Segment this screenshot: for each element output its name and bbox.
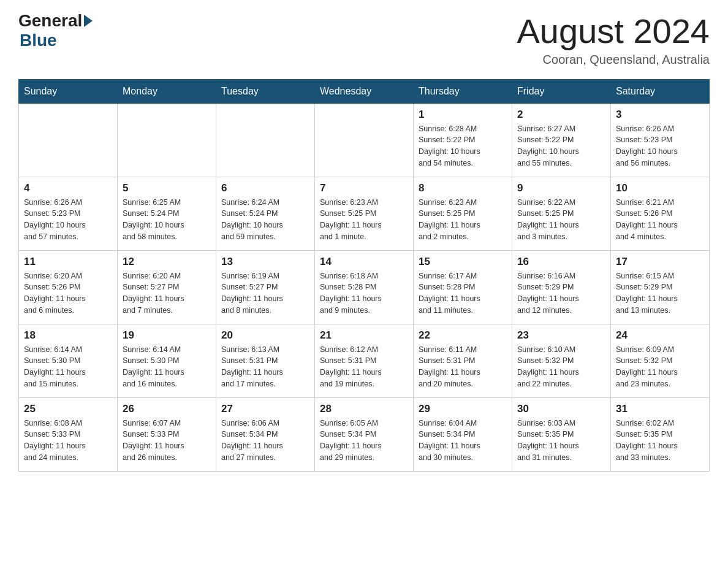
day-info: Sunrise: 6:07 AMSunset: 5:33 PMDaylight:… [123, 418, 211, 464]
day-info: Sunrise: 6:22 AMSunset: 5:25 PMDaylight:… [517, 197, 605, 243]
day-number: 7 [320, 182, 408, 194]
logo-blue-text: Blue [20, 31, 57, 50]
day-number: 6 [221, 182, 309, 194]
day-info: Sunrise: 6:23 AMSunset: 5:25 PMDaylight:… [320, 197, 408, 243]
page-header: General Blue August 2024 Cooran, Queensl… [18, 12, 710, 67]
day-info: Sunrise: 6:19 AMSunset: 5:27 PMDaylight:… [221, 270, 309, 316]
day-info: Sunrise: 6:17 AMSunset: 5:28 PMDaylight:… [419, 270, 507, 316]
day-info: Sunrise: 6:14 AMSunset: 5:30 PMDaylight:… [24, 344, 112, 390]
day-info: Sunrise: 6:21 AMSunset: 5:26 PMDaylight:… [616, 197, 704, 243]
calendar-cell: 6Sunrise: 6:24 AMSunset: 5:24 PMDaylight… [216, 177, 315, 250]
calendar-week-3: 11Sunrise: 6:20 AMSunset: 5:26 PMDayligh… [19, 250, 710, 324]
day-info: Sunrise: 6:11 AMSunset: 5:31 PMDaylight:… [419, 344, 507, 390]
calendar-table: SundayMondayTuesdayWednesdayThursdayFrid… [18, 79, 710, 472]
day-info: Sunrise: 6:02 AMSunset: 5:35 PMDaylight:… [616, 418, 704, 464]
day-info: Sunrise: 6:25 AMSunset: 5:24 PMDaylight:… [123, 197, 211, 243]
location-text: Cooran, Queensland, Australia [517, 53, 710, 67]
calendar-cell: 22Sunrise: 6:11 AMSunset: 5:31 PMDayligh… [414, 324, 512, 397]
day-number: 27 [221, 403, 309, 415]
calendar-cell: 23Sunrise: 6:10 AMSunset: 5:32 PMDayligh… [512, 324, 611, 397]
calendar-header-thursday: Thursday [414, 79, 512, 103]
calendar-cell: 30Sunrise: 6:03 AMSunset: 5:35 PMDayligh… [512, 397, 611, 471]
day-number: 12 [123, 256, 211, 268]
day-info: Sunrise: 6:08 AMSunset: 5:33 PMDaylight:… [24, 418, 112, 464]
calendar-header-wednesday: Wednesday [315, 79, 414, 103]
day-number: 5 [123, 182, 211, 194]
day-info: Sunrise: 6:15 AMSunset: 5:29 PMDaylight:… [616, 270, 704, 316]
calendar-cell: 15Sunrise: 6:17 AMSunset: 5:28 PMDayligh… [414, 250, 512, 324]
calendar-cell: 26Sunrise: 6:07 AMSunset: 5:33 PMDayligh… [118, 397, 216, 471]
day-number: 16 [517, 256, 605, 268]
calendar-week-1: 1Sunrise: 6:28 AMSunset: 5:22 PMDaylight… [19, 103, 710, 177]
day-number: 3 [616, 109, 704, 121]
day-number: 30 [517, 403, 605, 415]
calendar-cell: 12Sunrise: 6:20 AMSunset: 5:27 PMDayligh… [118, 250, 216, 324]
calendar-cell: 21Sunrise: 6:12 AMSunset: 5:31 PMDayligh… [315, 324, 414, 397]
day-info: Sunrise: 6:26 AMSunset: 5:23 PMDaylight:… [24, 197, 112, 243]
calendar-cell: 25Sunrise: 6:08 AMSunset: 5:33 PMDayligh… [19, 397, 118, 471]
calendar-header-sunday: Sunday [19, 79, 118, 103]
day-number: 19 [123, 329, 211, 342]
day-number: 4 [24, 182, 112, 194]
day-number: 17 [616, 256, 704, 268]
day-number: 9 [517, 182, 605, 194]
calendar-cell: 18Sunrise: 6:14 AMSunset: 5:30 PMDayligh… [19, 324, 118, 397]
day-number: 10 [616, 182, 704, 194]
calendar-cell: 4Sunrise: 6:26 AMSunset: 5:23 PMDaylight… [19, 177, 118, 250]
day-info: Sunrise: 6:23 AMSunset: 5:25 PMDaylight:… [419, 197, 507, 243]
day-number: 23 [517, 329, 605, 342]
day-info: Sunrise: 6:14 AMSunset: 5:30 PMDaylight:… [123, 344, 211, 390]
calendar-cell: 1Sunrise: 6:28 AMSunset: 5:22 PMDaylight… [414, 103, 512, 177]
calendar-header-friday: Friday [512, 79, 611, 103]
calendar-cell: 3Sunrise: 6:26 AMSunset: 5:23 PMDaylight… [611, 103, 710, 177]
calendar-cell: 13Sunrise: 6:19 AMSunset: 5:27 PMDayligh… [216, 250, 315, 324]
day-info: Sunrise: 6:24 AMSunset: 5:24 PMDaylight:… [221, 197, 309, 243]
day-number: 15 [419, 256, 507, 268]
calendar-cell: 29Sunrise: 6:04 AMSunset: 5:34 PMDayligh… [414, 397, 512, 471]
day-number: 31 [616, 403, 704, 415]
day-number: 18 [24, 329, 112, 342]
day-number: 13 [221, 256, 309, 268]
day-number: 24 [616, 329, 704, 342]
calendar-cell: 10Sunrise: 6:21 AMSunset: 5:26 PMDayligh… [611, 177, 710, 250]
day-number: 14 [320, 256, 408, 268]
calendar-cell: 20Sunrise: 6:13 AMSunset: 5:31 PMDayligh… [216, 324, 315, 397]
day-number: 20 [221, 329, 309, 342]
day-info: Sunrise: 6:04 AMSunset: 5:34 PMDaylight:… [419, 418, 507, 464]
day-info: Sunrise: 6:10 AMSunset: 5:32 PMDaylight:… [517, 344, 605, 390]
day-info: Sunrise: 6:12 AMSunset: 5:31 PMDaylight:… [320, 344, 408, 390]
calendar-cell [216, 103, 315, 177]
month-title: August 2024 [517, 12, 710, 50]
day-info: Sunrise: 6:20 AMSunset: 5:27 PMDaylight:… [123, 270, 211, 316]
day-number: 26 [123, 403, 211, 415]
day-number: 21 [320, 329, 408, 342]
day-number: 11 [24, 256, 112, 268]
calendar-header-saturday: Saturday [611, 79, 710, 103]
calendar-week-2: 4Sunrise: 6:26 AMSunset: 5:23 PMDaylight… [19, 177, 710, 250]
day-info: Sunrise: 6:16 AMSunset: 5:29 PMDaylight:… [517, 270, 605, 316]
calendar-cell: 8Sunrise: 6:23 AMSunset: 5:25 PMDaylight… [414, 177, 512, 250]
calendar-header-row: SundayMondayTuesdayWednesdayThursdayFrid… [19, 79, 710, 103]
day-info: Sunrise: 6:28 AMSunset: 5:22 PMDaylight:… [419, 123, 507, 169]
day-info: Sunrise: 6:26 AMSunset: 5:23 PMDaylight:… [616, 123, 704, 169]
calendar-header-tuesday: Tuesday [216, 79, 315, 103]
calendar-cell: 2Sunrise: 6:27 AMSunset: 5:22 PMDaylight… [512, 103, 611, 177]
calendar-cell: 5Sunrise: 6:25 AMSunset: 5:24 PMDaylight… [118, 177, 216, 250]
calendar-cell: 11Sunrise: 6:20 AMSunset: 5:26 PMDayligh… [19, 250, 118, 324]
day-info: Sunrise: 6:06 AMSunset: 5:34 PMDaylight:… [221, 418, 309, 464]
calendar-cell [315, 103, 414, 177]
calendar-cell: 27Sunrise: 6:06 AMSunset: 5:34 PMDayligh… [216, 397, 315, 471]
day-info: Sunrise: 6:27 AMSunset: 5:22 PMDaylight:… [517, 123, 605, 169]
day-number: 1 [419, 109, 507, 121]
calendar-header-monday: Monday [118, 79, 216, 103]
day-info: Sunrise: 6:13 AMSunset: 5:31 PMDaylight:… [221, 344, 309, 390]
title-section: August 2024 Cooran, Queensland, Australi… [517, 12, 710, 67]
day-info: Sunrise: 6:09 AMSunset: 5:32 PMDaylight:… [616, 344, 704, 390]
day-number: 2 [517, 109, 605, 121]
day-number: 8 [419, 182, 507, 194]
day-info: Sunrise: 6:05 AMSunset: 5:34 PMDaylight:… [320, 418, 408, 464]
calendar-cell: 17Sunrise: 6:15 AMSunset: 5:29 PMDayligh… [611, 250, 710, 324]
calendar-week-4: 18Sunrise: 6:14 AMSunset: 5:30 PMDayligh… [19, 324, 710, 397]
calendar-cell [118, 103, 216, 177]
logo-general-text: General [18, 12, 82, 29]
